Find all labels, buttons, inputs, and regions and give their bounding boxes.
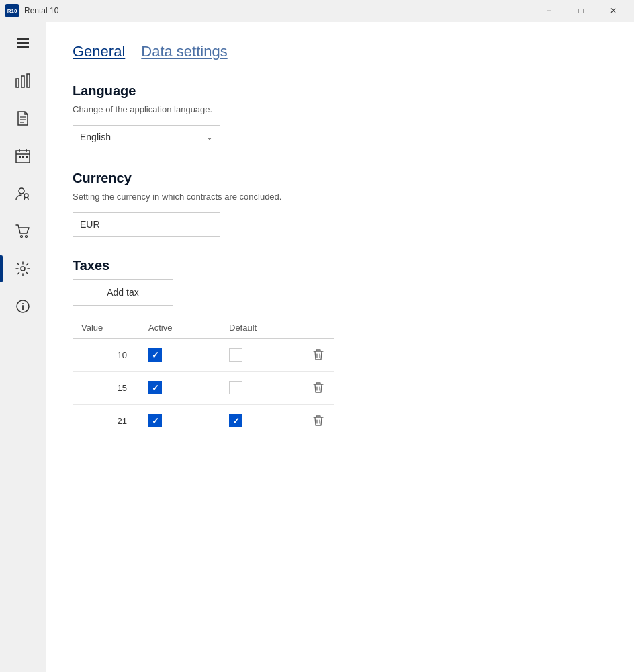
header-default: Default xyxy=(221,317,302,338)
add-tax-button[interactable]: Add tax xyxy=(73,279,173,306)
svg-rect-10 xyxy=(19,156,21,158)
main-content: General Data settings Language Change of… xyxy=(46,22,634,672)
app-title: Rental 10 xyxy=(24,6,58,15)
tax-table-header: Value Active Default xyxy=(73,317,334,339)
active-checkbox-3[interactable] xyxy=(148,414,162,427)
currency-section: Currency Setting the currency in which c… xyxy=(73,171,607,237)
tax-default-2[interactable] xyxy=(221,374,302,401)
sidebar-item-contacts[interactable] xyxy=(0,175,46,212)
tax-actions-2 xyxy=(302,372,335,404)
taxes-section: Taxes Add tax Value Active Default 10 xyxy=(73,258,607,470)
sidebar-item-hamburger[interactable] xyxy=(0,24,46,62)
header-value: Value xyxy=(73,317,140,338)
tax-active-2[interactable] xyxy=(140,374,221,401)
app-layout: General Data settings Language Change of… xyxy=(0,22,634,672)
sidebar xyxy=(0,22,46,672)
table-row: 21 xyxy=(73,405,334,437)
close-button[interactable]: ✕ xyxy=(598,0,629,22)
tabs: General Data settings xyxy=(73,43,607,62)
tax-actions-3 xyxy=(302,405,335,437)
language-selected-value: English xyxy=(80,132,111,142)
active-checkbox-2[interactable] xyxy=(148,381,162,394)
svg-point-17 xyxy=(21,267,25,271)
tax-default-1[interactable] xyxy=(221,341,302,368)
tax-active-3[interactable] xyxy=(140,407,221,434)
cart-icon xyxy=(15,223,31,239)
header-actions xyxy=(302,317,335,338)
svg-point-20 xyxy=(22,303,24,304)
svg-point-15 xyxy=(21,236,23,238)
titlebar-controls: − □ ✕ xyxy=(533,0,629,22)
sidebar-item-cart[interactable] xyxy=(0,212,46,250)
currency-description: Setting the currency in which contracts … xyxy=(73,192,607,202)
settings-icon xyxy=(15,261,31,277)
svg-rect-0 xyxy=(16,79,19,87)
delete-icon-2[interactable] xyxy=(310,378,327,397)
tax-table: Value Active Default 10 xyxy=(73,317,334,470)
tax-value-3: 21 xyxy=(73,409,140,433)
sidebar-item-dashboard[interactable] xyxy=(0,62,46,99)
default-checkbox-1[interactable] xyxy=(229,348,242,362)
currency-title: Currency xyxy=(73,171,607,186)
language-description: Change of the application language. xyxy=(73,104,607,114)
menu-icon xyxy=(11,33,34,53)
document-icon xyxy=(15,110,31,126)
default-checkbox-3[interactable] xyxy=(229,414,242,427)
language-title: Language xyxy=(73,83,607,99)
chevron-down-icon: ⌄ xyxy=(206,132,213,142)
tax-value-2: 15 xyxy=(73,376,140,400)
svg-point-16 xyxy=(26,236,28,238)
tax-active-1[interactable] xyxy=(140,341,221,368)
sidebar-item-documents[interactable] xyxy=(0,99,46,137)
svg-point-13 xyxy=(19,188,24,194)
calendar-icon xyxy=(15,148,31,164)
svg-rect-11 xyxy=(22,156,24,158)
svg-rect-2 xyxy=(27,74,30,87)
table-row: 15 xyxy=(73,372,334,405)
titlebar: R10 Rental 10 − □ ✕ xyxy=(0,0,634,22)
language-dropdown[interactable]: English ⌄ xyxy=(73,125,220,149)
chart-icon xyxy=(15,73,31,89)
sidebar-item-settings[interactable] xyxy=(0,250,46,288)
delete-icon-1[interactable] xyxy=(310,345,327,364)
tab-data-settings[interactable]: Data settings xyxy=(141,43,227,62)
tax-table-empty-row xyxy=(73,437,334,470)
contacts-icon xyxy=(15,185,31,202)
active-checkbox-1[interactable] xyxy=(148,348,162,362)
tax-value-1: 10 xyxy=(73,343,140,367)
tax-default-3[interactable] xyxy=(221,407,302,434)
table-row: 10 xyxy=(73,339,334,372)
titlebar-left: R10 Rental 10 xyxy=(5,4,58,17)
taxes-title: Taxes xyxy=(73,258,607,274)
language-section: Language Change of the application langu… xyxy=(73,83,607,149)
sidebar-item-calendar[interactable] xyxy=(0,137,46,175)
sidebar-item-info[interactable] xyxy=(0,288,46,325)
tab-general[interactable]: General xyxy=(73,43,125,62)
svg-rect-12 xyxy=(26,156,28,158)
info-icon xyxy=(15,298,31,314)
header-active: Active xyxy=(140,317,221,338)
tax-actions-1 xyxy=(302,339,335,371)
maximize-button[interactable]: □ xyxy=(565,0,596,22)
currency-input[interactable] xyxy=(73,212,220,237)
delete-icon-3[interactable] xyxy=(310,411,327,430)
svg-rect-1 xyxy=(21,76,24,87)
default-checkbox-2[interactable] xyxy=(229,381,242,394)
svg-point-14 xyxy=(24,194,28,198)
minimize-button[interactable]: − xyxy=(533,0,564,22)
app-logo: R10 xyxy=(5,4,19,17)
